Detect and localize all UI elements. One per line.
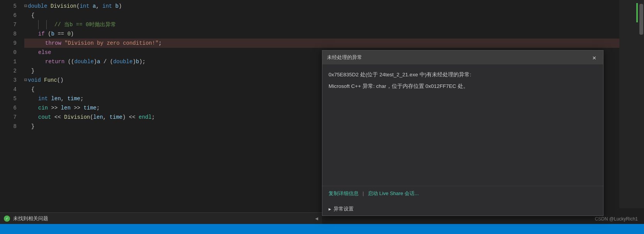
var-a: a bbox=[93, 2, 96, 11]
paren-cast2: ) bbox=[133, 57, 136, 66]
guide-7b bbox=[46, 20, 47, 29]
brace-open-14: { bbox=[31, 85, 34, 94]
code-line-8: if ( b == 0 ) bbox=[24, 29, 644, 39]
paren-ret1: (( bbox=[68, 57, 74, 66]
code-line-7: // 当b == 0时抛出异常 bbox=[24, 20, 644, 29]
fn-Func: Func bbox=[44, 76, 57, 85]
div-op: / ( bbox=[100, 57, 113, 66]
paren-open: ( bbox=[76, 2, 79, 11]
triangle-icon: ▶ bbox=[329, 207, 331, 212]
liveshare-link[interactable]: 启动 Live Share 会话... bbox=[368, 190, 419, 197]
comma-div2: , bbox=[103, 113, 110, 122]
var-len: len bbox=[51, 94, 61, 103]
dialog-footer: 复制详细信息 | 启动 Live Share 会话... bbox=[322, 186, 603, 202]
paren-ret-close: ); bbox=[139, 57, 146, 66]
panel-collapse-arrow[interactable]: ◀ bbox=[315, 215, 318, 222]
lshift2: << bbox=[126, 113, 139, 122]
dialog-title: 未经处理的异常 bbox=[327, 54, 362, 61]
kw-void: void bbox=[28, 76, 44, 85]
guide-7a bbox=[38, 20, 39, 29]
paren-if-close: ) bbox=[71, 29, 74, 39]
comma-len: , bbox=[61, 94, 67, 103]
ln-14: 4 bbox=[0, 85, 17, 94]
fn-Division2: Division bbox=[64, 113, 90, 122]
code-line-9: throw "Division by zero condition!" ; bbox=[24, 39, 644, 48]
var-time3: time bbox=[110, 113, 123, 122]
semi-9: ; bbox=[158, 39, 162, 48]
scrollbar[interactable] bbox=[639, 0, 644, 208]
dialog-body-line2: Microsoft C++ 异常: char，位于内存位置 0x012FF7EC… bbox=[329, 82, 597, 91]
kw-if: if bbox=[38, 29, 48, 39]
kw-double-cast2: double bbox=[113, 57, 132, 66]
var-time2: time bbox=[84, 103, 97, 113]
paren-div2: ( bbox=[90, 113, 93, 122]
semi-17: ; bbox=[152, 113, 155, 122]
ln-13: 3 bbox=[0, 76, 17, 85]
semi-16: ; bbox=[96, 103, 99, 113]
dialog-header: 未经处理的异常 ✕ bbox=[322, 51, 603, 64]
fn-Division: Division bbox=[51, 2, 76, 11]
ln-11: 1 bbox=[0, 57, 17, 66]
kw-int-len: int bbox=[38, 94, 51, 103]
num-0: 0 bbox=[67, 29, 71, 39]
line-numbers: 5 6 7 8 9 0 1 2 3 4 5 6 7 8 bbox=[0, 0, 21, 234]
ln-8: 8 bbox=[0, 29, 17, 39]
dialog-body: 0x75E835D2 处(位于 24test_2_21.exe 中)有未经处理的… bbox=[322, 64, 603, 186]
watermark-text: CSDN @LuckyRich1 bbox=[595, 216, 638, 222]
kw-int2: int bbox=[103, 2, 116, 11]
dialog-close-button[interactable]: ✕ bbox=[590, 53, 598, 62]
ln-6: 6 bbox=[0, 11, 17, 20]
var-len2: len bbox=[61, 103, 71, 113]
str-throw: "Division by zero condition!" bbox=[64, 39, 158, 48]
exception-settings-label: 异常设置 bbox=[334, 205, 354, 212]
dialog-sep: | bbox=[362, 191, 365, 197]
semi-15: ; bbox=[80, 94, 83, 103]
check-icon bbox=[4, 215, 10, 222]
status-bar bbox=[0, 224, 644, 234]
var-b3: b bbox=[136, 57, 139, 66]
ln-16: 6 bbox=[0, 103, 17, 113]
exception-dialog: 未经处理的异常 ✕ 0x75E835D2 处(位于 24test_2_21.ex… bbox=[322, 50, 604, 216]
copy-details-link[interactable]: 复制详细信息 bbox=[329, 190, 359, 197]
brace-close-12: } bbox=[31, 66, 34, 76]
kw-int1: int bbox=[80, 2, 93, 11]
paren-if: ( bbox=[48, 29, 51, 39]
paren-div2-close: ) bbox=[123, 113, 126, 122]
paren-cast1: ) bbox=[94, 57, 97, 66]
lshift1: << bbox=[54, 113, 64, 122]
ln-18: 8 bbox=[0, 122, 17, 131]
kw-throw: throw bbox=[45, 39, 64, 48]
comment-7: // 当b == 0时抛出异常 bbox=[54, 20, 116, 29]
kw-return: return bbox=[45, 57, 68, 66]
var-a2: a bbox=[97, 57, 100, 66]
ln-15: 5 bbox=[0, 94, 17, 103]
ln-9: 9 bbox=[0, 39, 17, 48]
paren-func: () bbox=[57, 76, 64, 85]
kw-cout: cout bbox=[38, 113, 54, 122]
minimap bbox=[619, 0, 639, 208]
ln-5: 5 bbox=[0, 2, 17, 11]
kw-double: double bbox=[28, 2, 51, 11]
collapse-icon-13[interactable]: ⊟ bbox=[24, 76, 27, 85]
var-b2: b bbox=[51, 29, 54, 39]
rshift1: >> bbox=[51, 103, 61, 113]
eq-op: == bbox=[54, 29, 67, 39]
collapse-icon-5[interactable]: ⊟ bbox=[24, 2, 27, 11]
var-b1: b bbox=[115, 2, 118, 11]
ln-10: 0 bbox=[0, 48, 17, 57]
no-issues-text: 未找到相关问题 bbox=[13, 215, 48, 222]
code-line-5: ⊟ double Division ( int a , int b ) bbox=[24, 2, 644, 11]
rshift2: >> bbox=[71, 103, 84, 113]
brace-open-6: { bbox=[31, 11, 34, 20]
exception-settings-row[interactable]: ▶ 异常设置 bbox=[322, 202, 603, 215]
bottom-panel: 未找到相关问题 ◀ bbox=[0, 212, 322, 224]
scrollbar-thumb[interactable] bbox=[639, 4, 643, 35]
dialog-body-line1: 0x75E835D2 处(位于 24test_2_21.exe 中)有未经处理的… bbox=[329, 71, 597, 79]
var-len3: len bbox=[93, 113, 103, 122]
ln-17: 7 bbox=[0, 113, 17, 122]
kw-cin: cin bbox=[38, 103, 51, 113]
comma: , bbox=[96, 2, 103, 11]
var-time: time bbox=[67, 94, 81, 103]
code-line-6: { bbox=[24, 11, 644, 20]
kw-endl: endl bbox=[139, 113, 152, 122]
